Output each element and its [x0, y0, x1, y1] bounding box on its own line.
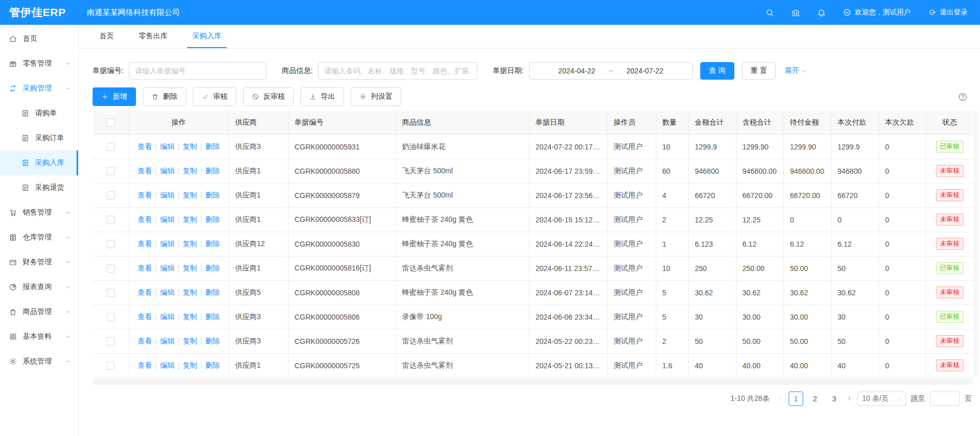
- row-checkbox[interactable]: [107, 289, 115, 297]
- sidebar-item-6[interactable]: 采购退货: [0, 175, 78, 200]
- row-checkbox[interactable]: [107, 337, 115, 345]
- logout-button[interactable]: 退出登录: [928, 8, 968, 17]
- sidebar-item-4[interactable]: 采购订单: [0, 126, 78, 151]
- action-copy-link[interactable]: 复制: [183, 361, 197, 369]
- action-copy-link[interactable]: 复制: [183, 337, 197, 345]
- row-checkbox[interactable]: [107, 313, 115, 321]
- page-button-3[interactable]: 3: [827, 392, 841, 406]
- grid-icon: [9, 333, 17, 341]
- action-delete-link[interactable]: 删除: [205, 361, 220, 369]
- sidebar-item-10[interactable]: 报表查询: [0, 275, 78, 299]
- action-delete-link[interactable]: 删除: [205, 312, 220, 321]
- row-checkbox[interactable]: [107, 143, 115, 151]
- action-view-link[interactable]: 查看: [138, 312, 152, 321]
- toolbar-button-1[interactable]: 删除: [143, 87, 186, 106]
- action-view-link[interactable]: 查看: [138, 361, 152, 369]
- toolbar-button-2[interactable]: 审核: [193, 87, 236, 106]
- action-view-link[interactable]: 查看: [138, 337, 152, 345]
- horizontal-scrollbar[interactable]: [93, 379, 973, 385]
- tab-0[interactable]: 首页: [94, 25, 119, 48]
- action-edit-link[interactable]: 编辑: [160, 142, 175, 151]
- date-range-picker[interactable]: 2024-04-22 ~ 2024-07-22: [529, 62, 693, 80]
- row-checkbox[interactable]: [107, 240, 115, 248]
- action-edit-link[interactable]: 编辑: [160, 191, 175, 199]
- sidebar-item-11[interactable]: 商品管理: [0, 299, 78, 324]
- vertical-scrollbar[interactable]: [974, 111, 978, 377]
- row-checkbox[interactable]: [107, 362, 115, 370]
- action-view-link[interactable]: 查看: [138, 215, 152, 223]
- reset-button[interactable]: 重 置: [742, 62, 776, 80]
- page-button-2[interactable]: 2: [808, 392, 822, 406]
- toolbar-button-4[interactable]: 导出: [300, 87, 344, 106]
- action-copy-link[interactable]: 复制: [183, 215, 197, 223]
- sidebar-item-2[interactable]: 采购管理: [0, 76, 78, 101]
- action-copy-link[interactable]: 复制: [183, 142, 197, 151]
- action-view-link[interactable]: 查看: [138, 239, 152, 248]
- row-checkbox[interactable]: [107, 167, 115, 175]
- toolbar-button-0[interactable]: 新增: [93, 87, 136, 106]
- toolbar-button-3[interactable]: 反审核: [243, 87, 294, 106]
- action-delete-link[interactable]: 删除: [205, 337, 220, 345]
- sidebar-item-1[interactable]: 零售管理: [0, 51, 78, 76]
- action-delete-link[interactable]: 删除: [205, 264, 220, 272]
- action-view-link[interactable]: 查看: [138, 142, 152, 151]
- sidebar-item-8[interactable]: 仓库管理: [0, 225, 78, 250]
- select-all-checkbox[interactable]: [107, 118, 115, 127]
- sidebar-item-3[interactable]: 请购单: [0, 101, 78, 126]
- action-delete-link[interactable]: 删除: [205, 191, 220, 199]
- row-checkbox[interactable]: [107, 264, 115, 273]
- prev-page-icon[interactable]: [777, 395, 784, 402]
- page-size-select[interactable]: 10 条/页: [857, 392, 906, 406]
- action-edit-link[interactable]: 编辑: [160, 361, 175, 369]
- sidebar-item-9[interactable]: 财务管理: [0, 250, 78, 275]
- action-edit-link[interactable]: 编辑: [160, 239, 175, 248]
- product-info-input[interactable]: [318, 62, 477, 80]
- row-checkbox[interactable]: [107, 191, 115, 200]
- action-delete-link[interactable]: 删除: [205, 142, 220, 151]
- action-copy-link[interactable]: 复制: [183, 288, 197, 296]
- action-delete-link[interactable]: 删除: [205, 167, 220, 175]
- action-copy-link[interactable]: 复制: [183, 239, 197, 248]
- jump-page-input[interactable]: [930, 392, 960, 406]
- action-view-link[interactable]: 查看: [138, 191, 152, 199]
- date-to-value: 2024-07-22: [626, 67, 664, 75]
- bell-icon[interactable]: [817, 8, 826, 17]
- sidebar-item-7[interactable]: 销售管理: [0, 200, 78, 225]
- doc-no-input[interactable]: [129, 62, 266, 80]
- action-view-link[interactable]: 查看: [138, 167, 152, 175]
- action-delete-link[interactable]: 删除: [205, 288, 220, 296]
- action-edit-link[interactable]: 编辑: [160, 337, 175, 345]
- search-icon[interactable]: [765, 8, 774, 17]
- page-button-1[interactable]: 1: [789, 392, 803, 406]
- action-edit-link[interactable]: 编辑: [160, 264, 175, 272]
- action-delete-link[interactable]: 删除: [205, 239, 220, 248]
- action-edit-link[interactable]: 编辑: [160, 167, 175, 175]
- action-edit-link[interactable]: 编辑: [160, 288, 175, 296]
- user-menu[interactable]: 欢迎您，测试用户: [843, 8, 911, 17]
- row-checkbox[interactable]: [107, 216, 115, 224]
- sidebar-item-13[interactable]: 系统管理: [0, 349, 78, 374]
- action-delete-link[interactable]: 删除: [205, 215, 220, 223]
- app-logo[interactable]: 管伊佳ERP: [0, 5, 78, 20]
- tab-2[interactable]: 采购入库: [187, 25, 227, 48]
- help-icon[interactable]: [958, 92, 968, 102]
- bank-icon[interactable]: [791, 8, 800, 17]
- action-view-link[interactable]: 查看: [138, 288, 152, 296]
- action-copy-link[interactable]: 复制: [183, 167, 197, 175]
- action-copy-link[interactable]: 复制: [183, 191, 197, 199]
- doc-no-cell: CGRK00000005879: [288, 183, 396, 207]
- search-button[interactable]: 查 询: [700, 62, 734, 80]
- doc-no-cell: CGRK00000005725: [288, 353, 396, 378]
- action-edit-link[interactable]: 编辑: [160, 215, 175, 223]
- sidebar-item-0[interactable]: 首页: [0, 26, 78, 51]
- action-copy-link[interactable]: 复制: [183, 312, 197, 321]
- sidebar-item-12[interactable]: 基本资料: [0, 324, 78, 349]
- toolbar-button-5[interactable]: 列设置: [351, 87, 401, 106]
- action-copy-link[interactable]: 复制: [183, 264, 197, 272]
- action-edit-link[interactable]: 编辑: [160, 312, 175, 321]
- sidebar-item-5[interactable]: 采购入库: [0, 151, 78, 175]
- expand-link[interactable]: 展开: [785, 66, 807, 76]
- tab-1[interactable]: 零售出库: [133, 25, 173, 48]
- next-page-icon[interactable]: [846, 395, 853, 402]
- action-view-link[interactable]: 查看: [138, 264, 152, 272]
